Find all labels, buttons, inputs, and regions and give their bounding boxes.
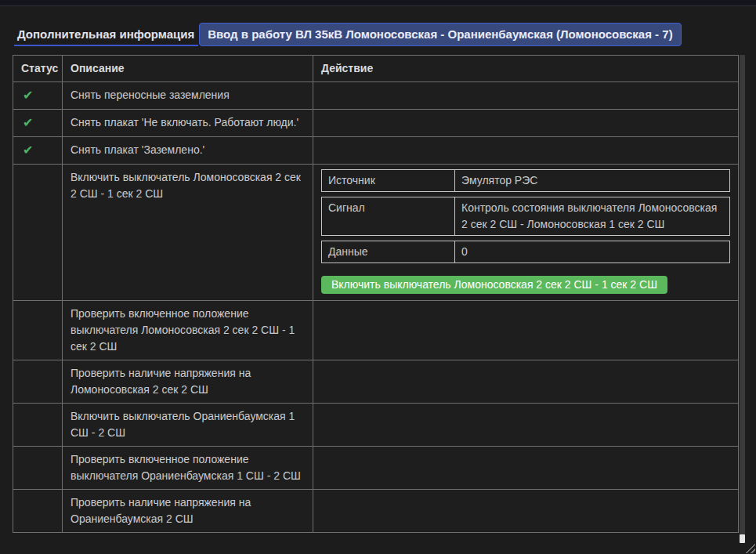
action-field-row: Данные0: [321, 241, 730, 263]
table-header-row: Статус Описание Действие: [13, 56, 739, 82]
task-table: Статус Описание Действие ✔Снять переносн…: [13, 55, 739, 533]
task-table-container: Статус Описание Действие ✔Снять переносн…: [13, 55, 739, 533]
field-label: Сигнал: [322, 197, 455, 235]
header-status: Статус: [13, 56, 63, 82]
action-cell: [313, 137, 739, 165]
table-row: ✔Снять плакат 'Заземлено.': [13, 137, 739, 165]
table-row: Проверить наличие напряжения на Ораниенб…: [13, 490, 739, 533]
action-cell: [313, 82, 739, 110]
action-cell: [313, 301, 739, 360]
status-cell: ✔: [13, 82, 63, 110]
task-description: Снять плакат 'Не включать. Работают люди…: [63, 110, 313, 137]
action-cell: [313, 404, 739, 447]
status-cell: [13, 301, 63, 360]
status-cell: ✔: [13, 137, 63, 165]
task-description: Проверить включенное положение выключате…: [63, 301, 313, 360]
task-table-body: ✔Снять переносные заземления✔Снять плака…: [13, 82, 739, 533]
table-row: ✔Снять переносные заземления: [13, 82, 739, 110]
action-field-row: ИсточникЭмулятор РЭС: [321, 169, 730, 192]
task-description: Проверить наличие напряжения на Ораниенб…: [63, 490, 313, 533]
tab-bar: Дополнительная информация Ввод в работу …: [14, 23, 748, 46]
action-cell: [313, 360, 739, 404]
status-cell: [13, 404, 63, 447]
table-row: Проверить наличие напряжения на Ломоносо…: [13, 360, 739, 404]
vertical-scrollbar-track[interactable]: [740, 55, 745, 543]
task-description: Проверить наличие напряжения на Ломоносо…: [63, 360, 313, 404]
vertical-scrollbar-thumb[interactable]: [740, 534, 745, 543]
action-cell: [313, 490, 739, 533]
header-action: Действие: [313, 56, 739, 82]
status-cell: [13, 360, 63, 404]
tab-active-switching-program[interactable]: Ввод в работу ВЛ 35кВ Ломоносовская - Ор…: [199, 23, 681, 46]
field-value: 0: [455, 241, 729, 263]
action-cell: [313, 110, 739, 137]
table-row: ✔Снять плакат 'Не включать. Работают люд…: [13, 110, 739, 137]
field-value: Контроль состояния выключателя Ломоносов…: [455, 197, 729, 235]
table-row: Включить выключатель Ломоносовская 2 сек…: [13, 165, 739, 301]
status-cell: [13, 490, 63, 533]
action-cell: ИсточникЭмулятор РЭССигналКонтроль состо…: [313, 165, 739, 301]
field-label: Данные: [322, 241, 455, 263]
field-value: Эмулятор РЭС: [455, 170, 729, 191]
check-icon: ✔: [21, 142, 33, 158]
app-window: { "tabs": { "items": [ { "label": "Допол…: [0, 0, 756, 554]
action-field-row: СигналКонтроль состояния выключателя Лом…: [321, 197, 730, 236]
task-description: Проверить включенное положение выключате…: [63, 447, 313, 490]
header-description: Описание: [63, 56, 313, 82]
check-icon: ✔: [21, 87, 33, 103]
task-description: Включить выключатель Ломоносовская 2 сек…: [63, 165, 313, 301]
task-description: Снять плакат 'Заземлено.': [63, 137, 313, 165]
status-cell: [13, 447, 63, 490]
tab-additional-info[interactable]: Дополнительная информация: [14, 23, 198, 46]
table-row: Проверить включенное положение выключате…: [13, 447, 739, 490]
window-top-strip: [0, 0, 756, 6]
table-row: Включить выключатель Ораниенбаумская 1 С…: [13, 404, 739, 447]
status-cell: ✔: [13, 110, 63, 137]
action-button[interactable]: Включить выключатель Ломоносовская 2 сек…: [321, 276, 667, 294]
table-row: Проверить включенное положение выключате…: [13, 301, 739, 360]
field-label: Источник: [322, 170, 455, 191]
action-cell: [313, 447, 739, 490]
task-description: Снять переносные заземления: [63, 82, 313, 110]
check-icon: ✔: [21, 114, 33, 131]
task-description: Включить выключатель Ораниенбаумская 1 С…: [63, 404, 313, 447]
resize-grip-icon[interactable]: [745, 543, 755, 553]
status-cell: [13, 165, 63, 301]
